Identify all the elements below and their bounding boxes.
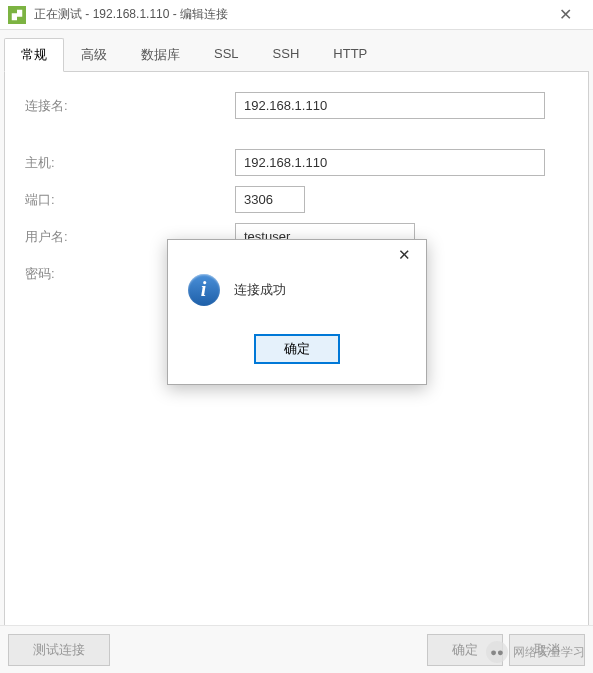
tab-general[interactable]: 常规 — [4, 38, 64, 72]
window-titlebar: 正在测试 - 192.168.1.110 - 编辑连接 ✕ — [0, 0, 593, 30]
row-connection-name: 连接名: — [25, 92, 568, 119]
row-port: 端口: — [25, 186, 568, 213]
test-connection-button[interactable]: 测试连接 — [8, 634, 110, 666]
dialog-footer: 确定 — [168, 324, 426, 384]
label-host: 主机: — [25, 154, 235, 172]
tab-ssh[interactable]: SSH — [256, 38, 317, 72]
dialog-body: i 连接成功 — [168, 270, 426, 324]
tab-ssl[interactable]: SSL — [197, 38, 256, 72]
input-port[interactable] — [235, 186, 305, 213]
input-host[interactable] — [235, 149, 545, 176]
watermark-text: 网络安全学习 — [513, 644, 585, 661]
watermark: ●● 网络安全学习 — [486, 641, 585, 663]
tab-advanced[interactable]: 高级 — [64, 38, 124, 72]
input-connection-name[interactable] — [235, 92, 545, 119]
tab-bar: 常规 高级 数据库 SSL SSH HTTP — [0, 30, 593, 72]
dialog-ok-button[interactable]: 确定 — [254, 334, 340, 364]
success-dialog: ✕ i 连接成功 确定 — [167, 239, 427, 385]
row-host: 主机: — [25, 149, 568, 176]
dialog-titlebar: ✕ — [168, 240, 426, 270]
label-port: 端口: — [25, 191, 235, 209]
tab-http[interactable]: HTTP — [316, 38, 384, 72]
wechat-icon: ●● — [486, 641, 508, 663]
dialog-message: 连接成功 — [234, 281, 286, 299]
window-close-button[interactable]: ✕ — [545, 0, 585, 30]
info-icon: i — [188, 274, 220, 306]
label-connection-name: 连接名: — [25, 97, 235, 115]
tab-database[interactable]: 数据库 — [124, 38, 197, 72]
app-icon — [8, 6, 26, 24]
window-title: 正在测试 - 192.168.1.110 - 编辑连接 — [34, 6, 545, 23]
dialog-close-button[interactable]: ✕ — [390, 242, 420, 268]
